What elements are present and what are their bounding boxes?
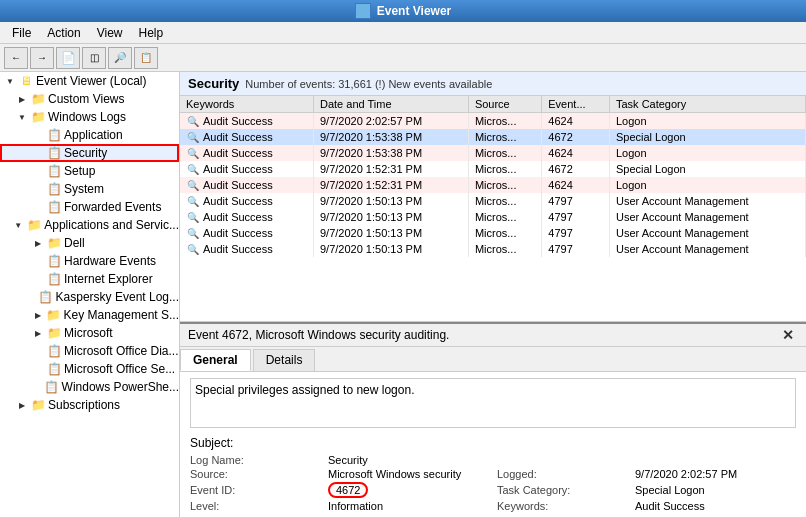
log-icon: 📋 <box>44 379 60 395</box>
magnify-icon: 🔍 <box>186 226 200 240</box>
expander-icon: ▶ <box>32 309 44 321</box>
menu-file[interactable]: File <box>4 24 39 42</box>
table-row[interactable]: 🔍Audit Success9/7/2020 1:50:13 PMMicros.… <box>180 225 806 241</box>
cell-keyword: 🔍Audit Success <box>180 209 313 225</box>
sidebar-item-event-viewer-local[interactable]: ▼ 🖥 Event Viewer (Local) <box>0 72 179 90</box>
log-icon: 📋 <box>38 289 54 305</box>
cell-source: Micros... <box>468 225 541 241</box>
toolbar: ← → 📄 ◫ 🔎 📋 <box>0 44 806 72</box>
sidebar-item-security[interactable]: ▶ 📋 Security <box>0 144 179 162</box>
folder-icon: 📁 <box>30 91 46 107</box>
magnify-icon: 🔍 <box>186 114 200 128</box>
col-source[interactable]: Source <box>468 96 541 113</box>
detail-fields: Log Name: Security Source: Microsoft Win… <box>190 454 796 512</box>
sidebar-item-apps-services[interactable]: ▼ 📁 Applications and Servic... <box>0 216 179 234</box>
col-keywords[interactable]: Keywords <box>180 96 313 113</box>
sidebar-item-microsoft[interactable]: ▶ 📁 Microsoft <box>0 324 179 342</box>
cell-source: Micros... <box>468 145 541 161</box>
log-icon: 📋 <box>46 163 62 179</box>
detail-message: Special privileges assigned to new logon… <box>190 378 796 428</box>
event-id-highlight: 4672 <box>328 482 368 498</box>
cell-source: Micros... <box>468 113 541 130</box>
folder-icon: 📁 <box>46 307 62 323</box>
sidebar-item-subscriptions[interactable]: ▶ 📁 Subscriptions <box>0 396 179 414</box>
cell-keyword: 🔍Audit Success <box>180 129 313 145</box>
col-datetime[interactable]: Date and Time <box>313 96 468 113</box>
cell-event: 4624 <box>542 177 610 193</box>
log-icon: 📋 <box>46 127 62 143</box>
menu-action[interactable]: Action <box>39 24 88 42</box>
log-icon: 📋 <box>46 361 62 377</box>
col-category[interactable]: Task Category <box>609 96 805 113</box>
sidebar-item-system[interactable]: ▶ 📋 System <box>0 180 179 198</box>
cell-datetime: 9/7/2020 1:50:13 PM <box>313 193 468 209</box>
refresh-button[interactable]: 📄 <box>56 47 80 69</box>
expander-icon: ▼ <box>16 111 28 123</box>
logged-value: 9/7/2020 2:02:57 PM <box>635 468 796 480</box>
cell-category: User Account Management <box>609 241 805 257</box>
table-row[interactable]: 🔍Audit Success9/7/2020 1:52:31 PMMicros.… <box>180 177 806 193</box>
events-table-container[interactable]: Keywords Date and Time Source Event... T… <box>180 96 806 322</box>
sidebar-item-setup[interactable]: ▶ 📋 Setup <box>0 162 179 180</box>
level-label: Level: <box>190 500 320 512</box>
folder-icon: 📁 <box>30 397 46 413</box>
properties-button[interactable]: ◫ <box>82 47 106 69</box>
magnify-icon: 🔍 <box>186 162 200 176</box>
table-row[interactable]: 🔍Audit Success9/7/2020 1:50:13 PMMicros.… <box>180 241 806 257</box>
event-id-value: 4672 <box>328 482 489 498</box>
log-icon: 📋 <box>46 343 62 359</box>
detail-content: Special privileges assigned to new logon… <box>180 372 806 517</box>
filter-button[interactable]: 🔎 <box>108 47 132 69</box>
cell-keyword: 🔍Audit Success <box>180 113 313 130</box>
sidebar-item-windows-logs[interactable]: ▼ 📁 Windows Logs <box>0 108 179 126</box>
log-icon: 📋 <box>46 181 62 197</box>
export-button[interactable]: 📋 <box>134 47 158 69</box>
cell-datetime: 9/7/2020 2:02:57 PM <box>313 113 468 130</box>
subject-label: Subject: <box>190 436 796 450</box>
event-id-label: Event ID: <box>190 484 320 496</box>
table-row[interactable]: 🔍Audit Success9/7/2020 1:53:38 PMMicros.… <box>180 129 806 145</box>
title-bar-text: Event Viewer <box>377 4 451 18</box>
magnify-icon: 🔍 <box>186 194 200 208</box>
keywords-value: Audit Success <box>635 500 796 512</box>
events-table: Keywords Date and Time Source Event... T… <box>180 96 806 257</box>
table-row[interactable]: 🔍Audit Success9/7/2020 1:53:38 PMMicros.… <box>180 145 806 161</box>
table-header-row: Keywords Date and Time Source Event... T… <box>180 96 806 113</box>
expander-icon: ▼ <box>12 219 24 231</box>
table-row[interactable]: 🔍Audit Success9/7/2020 1:52:31 PMMicros.… <box>180 161 806 177</box>
sidebar-item-internet-explorer[interactable]: ▶ 📋 Internet Explorer <box>0 270 179 288</box>
sidebar-item-key-management[interactable]: ▶ 📁 Key Management S... <box>0 306 179 324</box>
forward-button[interactable]: → <box>30 47 54 69</box>
level-value: Information <box>328 500 489 512</box>
table-row[interactable]: 🔍Audit Success9/7/2020 1:50:13 PMMicros.… <box>180 209 806 225</box>
folder-icon: 📁 <box>26 217 42 233</box>
sidebar-item-forwarded-events[interactable]: ▶ 📋 Forwarded Events <box>0 198 179 216</box>
back-button[interactable]: ← <box>4 47 28 69</box>
cell-source: Micros... <box>468 241 541 257</box>
detail-panel: Event 4672, Microsoft Windows security a… <box>180 322 806 517</box>
sidebar-item-dell[interactable]: ▶ 📁 Dell <box>0 234 179 252</box>
close-button[interactable]: ✕ <box>778 327 798 343</box>
col-event[interactable]: Event... <box>542 96 610 113</box>
cell-keyword: 🔍Audit Success <box>180 225 313 241</box>
sidebar-item-windows-powershell[interactable]: ▶ 📋 Windows PowerShe... <box>0 378 179 396</box>
table-row[interactable]: 🔍Audit Success9/7/2020 1:50:13 PMMicros.… <box>180 193 806 209</box>
menu-help[interactable]: Help <box>131 24 172 42</box>
sidebar-item-ms-office-se[interactable]: ▶ 📋 Microsoft Office Se... <box>0 360 179 378</box>
tab-details[interactable]: Details <box>253 349 316 371</box>
expander-icon: ▶ <box>32 237 44 249</box>
sidebar-item-hardware-events[interactable]: ▶ 📋 Hardware Events <box>0 252 179 270</box>
cell-category: User Account Management <box>609 193 805 209</box>
menu-view[interactable]: View <box>89 24 131 42</box>
magnify-icon: 🔍 <box>186 130 200 144</box>
folder-icon: 🖥 <box>18 73 34 89</box>
sidebar-item-application[interactable]: ▶ 📋 Application <box>0 126 179 144</box>
main-layout: ▼ 🖥 Event Viewer (Local) ▶ 📁 Custom View… <box>0 72 806 517</box>
sidebar-item-ms-office-dia[interactable]: ▶ 📋 Microsoft Office Dia... <box>0 342 179 360</box>
table-row[interactable]: 🔍Audit Success9/7/2020 2:02:57 PMMicros.… <box>180 113 806 130</box>
events-tbody: 🔍Audit Success9/7/2020 2:02:57 PMMicros.… <box>180 113 806 258</box>
sidebar-item-custom-views[interactable]: ▶ 📁 Custom Views <box>0 90 179 108</box>
tab-general[interactable]: General <box>180 349 251 371</box>
sidebar-item-kaspersky[interactable]: ▶ 📋 Kaspersky Event Log... <box>0 288 179 306</box>
log-icon: 📋 <box>46 271 62 287</box>
